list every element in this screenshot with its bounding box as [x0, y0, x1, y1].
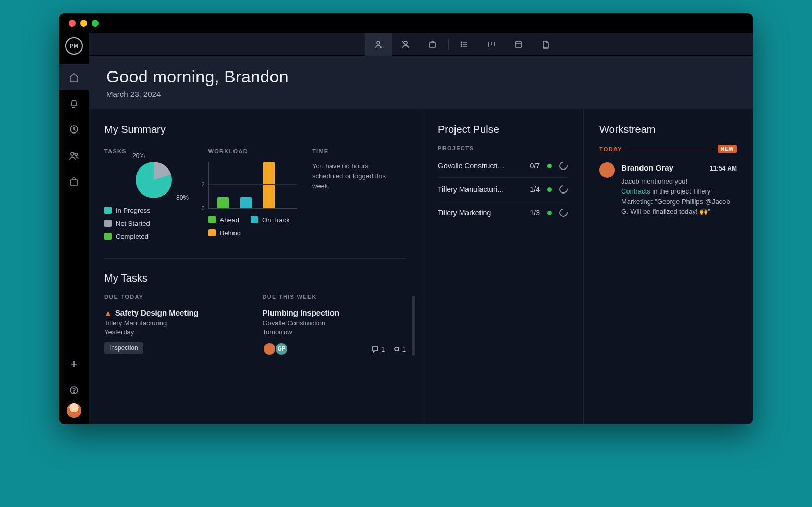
- task-scrollbar[interactable]: [412, 296, 415, 356]
- task-columns: DUE TODAY ▲Safety Design Meeting Tillery…: [104, 294, 406, 356]
- task-week-title[interactable]: Plumbing Inspection: [263, 308, 407, 317]
- status-dot-green: [547, 164, 552, 168]
- due-today-heading: DUE TODAY: [104, 294, 248, 300]
- briefcase-icon: [69, 176, 79, 187]
- user-off-icon: [401, 40, 410, 49]
- feed-message: Contracts in the project Tillery Marketi…: [621, 186, 737, 217]
- pie-label-20: 20%: [132, 152, 145, 160]
- svg-point-1: [71, 152, 74, 155]
- hero-banner: Good morning, Brandon March 23, 2024: [89, 56, 753, 109]
- greeting-text: Good morning, Brandon: [106, 67, 735, 87]
- people-icon: [69, 150, 79, 161]
- svg-rect-8: [429, 43, 436, 47]
- maximize-window-button[interactable]: [92, 20, 99, 27]
- loading-icon: [558, 207, 569, 219]
- workstream-title: Workstream: [599, 124, 737, 136]
- project-progress: 1/4: [522, 185, 540, 194]
- projects-heading: PROJECTS: [438, 145, 568, 151]
- view-calendar-button[interactable]: [505, 33, 532, 56]
- task-week-project: Govalle Construction: [263, 319, 407, 327]
- project-name: Tillery Manufacturi…: [438, 185, 522, 194]
- svg-point-9: [461, 42, 462, 43]
- close-window-button[interactable]: [69, 20, 76, 27]
- rail-home-button[interactable]: [59, 64, 89, 90]
- rail-notifications-button[interactable]: [59, 90, 89, 116]
- app-logo[interactable]: PM: [65, 37, 83, 55]
- bar-behind: [263, 162, 275, 208]
- home-icon: [69, 72, 79, 82]
- app-body: PM: [59, 33, 753, 424]
- project-row[interactable]: Tillery Marketing 1/3: [438, 201, 568, 224]
- left-rail: PM: [59, 33, 89, 424]
- bar-on-track: [240, 197, 252, 208]
- view-board-button[interactable]: [478, 33, 505, 56]
- current-date: March 23, 2024: [106, 90, 735, 99]
- app-window: PM: [59, 13, 753, 424]
- view-files-button[interactable]: [532, 33, 559, 56]
- summary-divider: [104, 258, 406, 259]
- svg-rect-12: [515, 42, 522, 47]
- due-week-heading: DUE THIS WEEK: [263, 294, 407, 300]
- minimize-window-button[interactable]: [80, 20, 87, 27]
- workstream-feed-item[interactable]: Brandon Gray 11:54 AM Jacob mentioned yo…: [599, 162, 737, 217]
- view-team-button[interactable]: [392, 33, 419, 56]
- comments-count[interactable]: 1: [371, 345, 387, 353]
- rail-add-button[interactable]: [59, 351, 89, 377]
- panel-project-pulse: Project Pulse PROJECTS Govalle Construct…: [422, 109, 584, 424]
- assignee-avatar[interactable]: [263, 342, 276, 356]
- rail-help-button[interactable]: [59, 377, 89, 403]
- rail-user-avatar[interactable]: [67, 403, 81, 418]
- column-due-week: DUE THIS WEEK Plumbing Inspection Govall…: [263, 294, 407, 356]
- workload-heading: WORKLOAD: [208, 148, 307, 154]
- tasks-legend: In Progress Not Started Completed: [104, 207, 203, 240]
- chart-time: TIME You have no hours scheduled or logg…: [312, 148, 406, 240]
- ytick-2: 2: [202, 181, 205, 187]
- legend-ahead: Ahead: [208, 216, 240, 224]
- chart-tasks: TASKS 20% 80% In Progress Not Started Co…: [104, 148, 203, 240]
- today-label: TODAY: [599, 146, 622, 152]
- time-heading: TIME: [312, 148, 406, 154]
- column-due-today: DUE TODAY ▲Safety Design Meeting Tillery…: [104, 294, 248, 356]
- project-row[interactable]: Govalle Constructi… 0/7: [438, 154, 568, 178]
- view-list-button[interactable]: [451, 33, 478, 56]
- project-progress: 0/7: [522, 162, 540, 170]
- assignee-avatar-gp[interactable]: GP: [275, 342, 288, 356]
- gridline: [209, 184, 297, 185]
- task-tag[interactable]: Inspection: [104, 342, 143, 354]
- task-today-title[interactable]: ▲Safety Design Meeting: [104, 308, 248, 317]
- kanban-icon: [487, 40, 496, 49]
- ytick-0: 0: [202, 205, 205, 211]
- time-empty-text: You have no hours scheduled or logged th…: [312, 162, 401, 191]
- svg-point-2: [75, 153, 78, 156]
- my-summary-title: My Summary: [104, 124, 406, 136]
- project-row[interactable]: Tillery Manufacturi… 1/4: [438, 178, 568, 201]
- rail-projects-button[interactable]: [59, 168, 89, 195]
- user-icon: [374, 40, 383, 49]
- warning-icon: ▲: [104, 308, 112, 317]
- task-today-when: Yesterday: [104, 328, 248, 336]
- briefcase-small-icon: [428, 40, 437, 49]
- top-view-switcher: [89, 33, 753, 56]
- rail-people-button[interactable]: [59, 142, 89, 168]
- main-column: Good morning, Brandon March 23, 2024 My …: [89, 33, 753, 424]
- calendar-icon: [514, 40, 523, 49]
- tasks-pie-chart: 20% 80%: [136, 162, 172, 198]
- view-portfolio-button[interactable]: [419, 33, 446, 56]
- links-count[interactable]: 1: [392, 345, 406, 353]
- loading-icon: [558, 184, 569, 195]
- nav-separator: [448, 39, 449, 50]
- task-today-project: Tillery Manufacturing: [104, 319, 248, 327]
- project-name: Tillery Marketing: [438, 209, 522, 217]
- svg-point-5: [73, 392, 74, 392]
- tasks-heading: TASKS: [104, 148, 203, 154]
- new-badge: NEW: [718, 145, 737, 153]
- mac-titlebar: [59, 13, 753, 33]
- feed-link[interactable]: Contracts: [621, 187, 650, 195]
- bell-icon: [69, 98, 79, 108]
- view-my-work-button[interactable]: [365, 33, 392, 56]
- legend-not-started: Not Started: [104, 220, 150, 227]
- rail-recent-button[interactable]: [59, 116, 89, 142]
- status-dot-green: [547, 211, 552, 215]
- project-name: Govalle Constructi…: [438, 162, 522, 170]
- panel-workstream: Workstream TODAY NEW Brandon Gray 11:54 …: [584, 109, 753, 424]
